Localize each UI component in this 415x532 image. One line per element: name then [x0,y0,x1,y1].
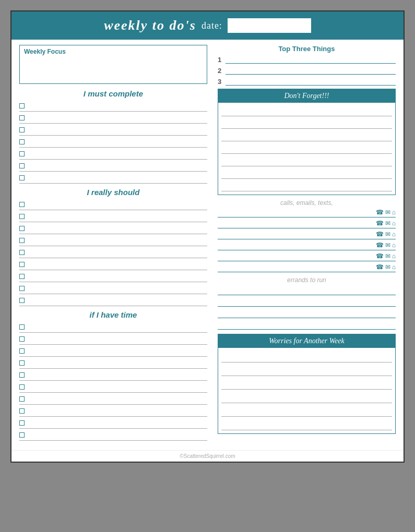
calls-row[interactable]: ☎ ✉ ⌂ [218,220,396,228]
list-item[interactable] [19,125,207,136]
list-item[interactable] [19,370,207,381]
errand-line[interactable] [218,297,396,307]
checkbox[interactable] [19,274,25,279]
weekly-focus-box[interactable]: Weekly Focus [19,45,207,84]
checkbox[interactable] [19,396,25,402]
dont-forget-line[interactable] [221,130,392,141]
checkbox[interactable] [19,202,25,207]
home-icon: ⌂ [392,231,396,238]
list-item[interactable] [19,382,207,393]
calls-row[interactable]: ☎ ✉ ⌂ [218,231,396,239]
list-item[interactable] [19,212,207,222]
calls-row[interactable]: ☎ ✉ ⌂ [218,252,396,261]
checkbox[interactable] [19,103,25,108]
checkbox[interactable] [19,324,25,330]
list-item[interactable] [19,248,207,258]
list-item[interactable] [19,149,207,160]
errand-line[interactable] [218,286,396,295]
top-three-line [226,78,396,86]
checkbox[interactable] [19,348,25,354]
calls-row[interactable]: ☎ ✉ ⌂ [218,263,396,272]
list-item[interactable] [19,137,207,148]
worries-line[interactable] [221,404,392,417]
list-item[interactable] [19,358,207,369]
email-icon: ✉ [385,252,390,260]
checkbox[interactable] [19,127,25,132]
checkbox[interactable] [19,420,25,426]
checkbox[interactable] [19,372,25,378]
checkbox[interactable] [19,262,25,267]
list-item[interactable] [19,296,207,306]
checkbox[interactable] [19,139,25,144]
checkbox[interactable] [19,115,25,120]
checkbox[interactable] [19,286,25,291]
list-item[interactable] [19,224,207,234]
item-number: 2 [218,67,221,75]
worries-line[interactable] [221,418,392,430]
list-item[interactable] [19,322,207,333]
list-item[interactable] [19,200,207,210]
home-icon: ⌂ [392,263,396,271]
top-three-label: Top Three Things [218,45,396,53]
checkbox[interactable] [19,151,25,156]
item-number: 1 [218,56,221,64]
worries-line[interactable] [221,364,392,376]
email-icon: ✉ [385,209,390,216]
dont-forget-line[interactable] [221,105,392,116]
top-three-item-2[interactable]: 2 [218,67,396,75]
calls-row[interactable]: ☎ ✉ ⌂ [218,241,396,250]
list-item[interactable] [19,418,207,429]
checkbox[interactable] [19,238,25,243]
date-input-box[interactable] [228,18,311,33]
list-item[interactable] [19,346,207,357]
top-three-item-1[interactable]: 1 [218,56,396,64]
top-three-item-3[interactable]: 3 [218,78,396,86]
worries-line[interactable] [221,391,392,403]
weekly-focus-label: Weekly Focus [24,48,203,55]
home-icon: ⌂ [392,209,396,216]
list-item[interactable] [19,334,207,345]
list-item[interactable] [19,113,207,124]
dont-forget-header: Don't Forget!!! [218,89,395,103]
list-item[interactable] [19,101,207,112]
header-title: weekly to do's [104,18,196,33]
checkbox[interactable] [19,250,25,255]
checkbox[interactable] [19,226,25,231]
really-should-heading: I really should [19,188,207,197]
checkbox[interactable] [19,214,25,219]
footer-text: ©ScatteredSquirrel.com [180,453,235,459]
checkbox[interactable] [19,175,25,180]
checkbox[interactable] [19,298,25,303]
list-item[interactable] [19,272,207,282]
worries-line[interactable] [221,377,392,390]
checkbox[interactable] [19,408,25,414]
list-item[interactable] [19,173,207,184]
top-three-list: 1 2 3 [218,56,396,86]
errand-line[interactable] [218,309,396,318]
worries-line[interactable] [221,350,392,362]
top-three-line [226,56,396,64]
dont-forget-line[interactable] [221,155,392,166]
item-number: 3 [218,78,221,86]
calls-row[interactable]: ☎ ✉ ⌂ [218,209,396,217]
list-item[interactable] [19,394,207,405]
list-item[interactable] [19,161,207,172]
list-item[interactable] [19,284,207,294]
dont-forget-line[interactable] [221,167,392,179]
email-icon: ✉ [385,220,390,227]
dont-forget-line[interactable] [221,142,392,154]
checkbox[interactable] [19,432,25,438]
list-item[interactable] [19,430,207,441]
list-item[interactable] [19,260,207,270]
errand-line[interactable] [218,320,396,330]
if-have-time-list [19,322,207,441]
checkbox[interactable] [19,360,25,366]
checkbox[interactable] [19,384,25,390]
list-item[interactable] [19,236,207,246]
checkbox[interactable] [19,163,25,168]
checkbox[interactable] [19,336,25,342]
phone-icon: ☎ [376,263,384,271]
list-item[interactable] [19,406,207,417]
dont-forget-line[interactable] [221,117,392,129]
dont-forget-line[interactable] [221,180,392,191]
